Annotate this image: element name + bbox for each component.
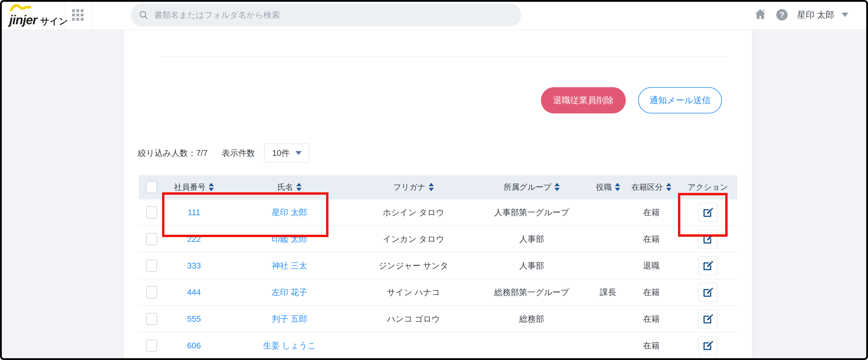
employee-name-link[interactable]: 神社 三太	[223, 260, 355, 271]
row-action-cell	[678, 336, 737, 355]
topbar-divider	[92, 0, 92, 30]
employee-kana-cell: インカン タロウ	[355, 233, 472, 245]
employee-status-cell: 在籍	[624, 287, 678, 298]
app-logo: jinjer サイン	[9, 12, 68, 27]
employee-group-cell: 人事部第一グループ	[472, 207, 592, 218]
table-row: 555 判子 五郎 ハンコ ゴロウ 総務部 在籍	[139, 305, 737, 332]
column-header-2[interactable]: 氏名	[223, 182, 355, 193]
employee-kana-cell: ホシイン タロウ	[355, 207, 472, 218]
app-screen: jinjer サイン ? 星印 太郎	[0, 0, 868, 360]
row-checkbox[interactable]	[146, 313, 157, 325]
top-bar: jinjer サイン ? 星印 太郎	[0, 0, 868, 30]
product-name: サイン	[40, 15, 68, 27]
select-all-checkbox[interactable]	[146, 181, 157, 193]
help-icon[interactable]: ?	[776, 9, 788, 21]
row-select-cell	[139, 233, 164, 245]
employee-status-cell: 在籍	[624, 313, 678, 325]
employee-name-link[interactable]: 印鑑 太郎	[223, 233, 355, 245]
column-header-7: アクション	[678, 182, 737, 193]
search-icon	[138, 10, 149, 20]
sort-arrows-icon[interactable]	[429, 183, 434, 191]
sort-arrows-icon[interactable]	[666, 183, 671, 191]
row-action-cell	[678, 230, 737, 249]
row-checkbox[interactable]	[146, 233, 157, 245]
search-input[interactable]	[154, 10, 513, 20]
column-header-label: アクション	[688, 182, 728, 193]
sort-arrows-icon[interactable]	[555, 183, 560, 191]
column-header-6[interactable]: 在籍区分	[624, 182, 678, 193]
column-header-label: フリガナ	[393, 182, 426, 193]
edit-icon	[703, 287, 713, 298]
column-header-3[interactable]: フリガナ	[355, 182, 472, 193]
employee-id-link[interactable]: 333	[164, 261, 223, 271]
table-row: 333 神社 三太 ジンジャー サンタ 人事部 退職	[139, 252, 737, 279]
employee-name-link[interactable]: 左印 花子	[223, 287, 355, 298]
row-select-cell	[139, 286, 164, 299]
chevron-down-icon	[296, 151, 302, 155]
sort-arrows-icon[interactable]	[209, 183, 214, 191]
employee-group-cell: 総務部	[472, 313, 592, 325]
row-checkbox[interactable]	[146, 286, 157, 299]
employee-group-cell: 人事部	[472, 260, 592, 271]
row-select-cell	[139, 206, 164, 219]
employee-status-cell: 在籍	[624, 340, 678, 351]
employee-id-link[interactable]: 606	[164, 341, 223, 350]
edit-icon	[703, 207, 713, 218]
edit-icon	[703, 340, 713, 351]
edit-employee-button[interactable]	[699, 309, 717, 328]
row-checkbox[interactable]	[146, 206, 157, 219]
topbar-divider	[65, 0, 65, 30]
table-row: 606 生姜 しょうこ 在籍	[139, 332, 737, 359]
table-row: 222 印鑑 太郎 インカン タロウ 人事部 在籍	[139, 225, 737, 252]
row-action-cell	[678, 309, 737, 328]
sort-arrows-icon[interactable]	[297, 183, 302, 191]
column-header-label: 所属グループ	[504, 182, 552, 193]
edit-icon	[703, 314, 713, 324]
column-header-1[interactable]: 社員番号	[164, 182, 223, 193]
row-checkbox[interactable]	[146, 339, 157, 352]
brand-name: jinjer	[9, 12, 37, 27]
edit-employee-button[interactable]	[699, 336, 717, 355]
row-checkbox[interactable]	[146, 259, 157, 272]
employee-name-link[interactable]: 星印 太郎	[223, 207, 355, 218]
employee-status-cell: 在籍	[624, 233, 678, 245]
employee-kana-cell: サイン ハナコ	[355, 287, 472, 298]
page-size-select[interactable]: 10件	[264, 144, 309, 163]
employee-id-link[interactable]: 555	[164, 314, 223, 324]
user-menu[interactable]: 星印 太郎	[797, 0, 848, 30]
edit-employee-button[interactable]	[699, 256, 717, 275]
edit-employee-button[interactable]	[699, 203, 717, 222]
column-header-label: 在籍区分	[631, 182, 663, 193]
column-header-5[interactable]: 役職	[592, 182, 624, 193]
employee-name-link[interactable]: 判子 五郎	[223, 313, 355, 325]
employee-id-link[interactable]: 444	[164, 287, 223, 297]
filter-row: 絞り込み人数：7/7 表示件数 10件	[138, 143, 309, 163]
app-grid-menu-icon[interactable]	[72, 9, 84, 21]
employee-name-link[interactable]: 生姜 しょうこ	[223, 340, 355, 351]
filtered-count-label: 絞り込み人数：7/7	[138, 147, 208, 159]
employee-status-cell: 在籍	[624, 207, 678, 218]
row-select-cell	[139, 339, 164, 352]
row-action-cell	[678, 203, 737, 222]
employee-id-link[interactable]: 222	[164, 234, 223, 244]
user-name: 星印 太郎	[797, 9, 834, 21]
section-divider	[160, 56, 727, 57]
search-bar	[130, 4, 521, 26]
employee-group-cell: 総務部第一グループ	[472, 287, 592, 298]
employee-id-link[interactable]: 111	[164, 208, 223, 217]
send-notification-mail-button[interactable]: 通知メール送信	[638, 87, 722, 113]
row-action-cell	[678, 283, 737, 302]
row-select-cell	[139, 313, 164, 325]
sort-arrows-icon[interactable]	[615, 183, 620, 191]
column-header-4[interactable]: 所属グループ	[472, 182, 592, 193]
employee-table-body: 111 星印 太郎 ホシイン タロウ 人事部第一グループ 在籍 222 印鑑 太…	[139, 199, 737, 359]
edit-employee-button[interactable]	[699, 283, 717, 302]
employee-group-cell: 人事部	[472, 233, 592, 245]
page-size-value: 10件	[272, 147, 290, 159]
row-action-cell	[678, 256, 737, 275]
employee-table-header: 社員番号氏名フリガナ所属グループ役職在籍区分アクション	[139, 175, 737, 199]
chevron-down-icon	[842, 12, 848, 17]
home-icon[interactable]	[754, 8, 767, 21]
delete-retired-employees-button[interactable]: 退職従業員削除	[541, 87, 626, 113]
edit-employee-button[interactable]	[699, 230, 717, 249]
